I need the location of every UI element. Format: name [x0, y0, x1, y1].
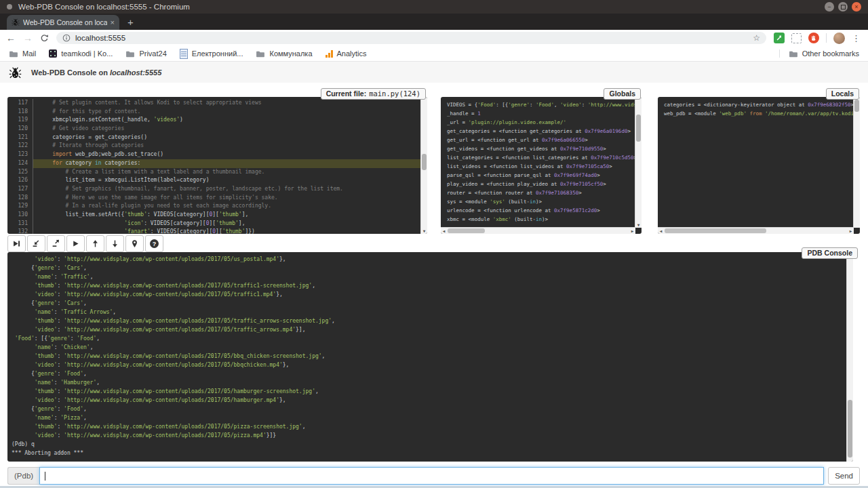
- address-bar[interactable]: localhost:5555 ☆: [56, 32, 766, 44]
- locals-panel: categories = <dictionary-keyiterator obj…: [658, 97, 860, 234]
- bookmark-kommunalka[interactable]: Коммуналка: [256, 49, 312, 58]
- new-tab-button[interactable]: +: [127, 16, 134, 28]
- scrollbar-thumb[interactable]: [448, 228, 485, 233]
- code-text: # Here we use the same image for all ite…: [33, 194, 427, 203]
- console-output: 'video': 'http://www.vidsplay.com/wp-con…: [7, 252, 853, 458]
- next-button[interactable]: [7, 235, 26, 252]
- locals-lines: categories = <dictionary-keyiterator obj…: [658, 97, 860, 118]
- code-line: 125 # Create a list item with a text lab…: [7, 168, 427, 177]
- forward-button[interactable]: →: [23, 33, 33, 43]
- console-line: 'thumb': 'http://www.vidsplay.com/wp-con…: [12, 387, 853, 396]
- scroll-right-icon[interactable]: ▶: [848, 228, 854, 234]
- browser-menu-icon[interactable]: ⋮: [852, 33, 861, 43]
- console-line: 'thumb': 'http://www.vidsplay.com/wp-con…: [12, 281, 853, 290]
- return-button[interactable]: [47, 235, 65, 252]
- other-bookmarks-button[interactable]: Other bookmarks: [779, 49, 859, 58]
- code-line: 131 'icon': VIDEOS[category][0]['thumb']…: [7, 220, 427, 228]
- where-button[interactable]: [125, 235, 144, 252]
- down-button[interactable]: [106, 235, 124, 252]
- url-text[interactable]: localhost:5555: [75, 34, 125, 42]
- console-line: 'thumb': 'http://www.vidsplay.com/wp-con…: [12, 422, 853, 431]
- bookmark-label: Електронний...: [192, 49, 243, 58]
- locals-vertical-scrollbar[interactable]: [853, 97, 860, 228]
- window-controls: − ×: [825, 2, 861, 12]
- up-button[interactable]: [86, 235, 104, 252]
- line-number: 127: [7, 185, 33, 194]
- scroll-left-icon[interactable]: ◀: [658, 228, 664, 234]
- help-button[interactable]: ?: [145, 235, 163, 252]
- maximize-button[interactable]: [838, 2, 848, 12]
- scrollbar-thumb[interactable]: [665, 228, 766, 233]
- code-line: 121 categories = get_categories(): [7, 134, 427, 142]
- globals-line: router = <function router at 0x7f9e71068…: [447, 188, 642, 197]
- locals-horizontal-scrollbar[interactable]: ◀ ▶: [658, 227, 854, 234]
- bookmark-teamkodi[interactable]: teamkodi | Ko...: [49, 49, 113, 58]
- extension-green-arrow-icon[interactable]: [774, 33, 785, 43]
- arrow-up-icon: [91, 239, 100, 248]
- minimize-button[interactable]: −: [825, 2, 834, 12]
- pdb-console-label: PDB Console: [802, 247, 858, 259]
- console-line: {'genre': 'Cars',: [12, 264, 853, 272]
- profile-avatar[interactable]: [833, 33, 845, 44]
- webpdb-bug-icon: [9, 66, 22, 79]
- code-text: for category in categories:: [33, 159, 427, 168]
- globals-line: get_videos = <function get_videos at 0x7…: [447, 144, 642, 153]
- bookmark-analytics[interactable]: Analytics: [326, 49, 367, 58]
- console-line: 'name': 'Pizza',: [12, 413, 853, 422]
- scrollbar-thumb[interactable]: [848, 400, 852, 458]
- globals-line: VIDEOS = {'Food': [{'genre': 'Food', 'vi…: [447, 100, 642, 109]
- bookmark-mail[interactable]: Mail: [9, 49, 36, 58]
- line-number: 120: [7, 125, 33, 134]
- code-line: 120 # Get video categories: [7, 125, 427, 134]
- code-line: 126 list_item = xbmcgui.ListItem(label=c…: [7, 176, 427, 185]
- globals-horizontal-scrollbar[interactable]: ◀ ▶: [441, 227, 635, 234]
- code-text: import web_pdb;web_pdb.set_trace(): [33, 150, 427, 159]
- close-button[interactable]: ×: [852, 2, 861, 12]
- code-vertical-scrollbar[interactable]: ▼: [420, 97, 427, 234]
- scroll-right-icon[interactable]: ▶: [629, 228, 635, 234]
- globals-panel: VIDEOS = {'Food': [{'genre': 'Food', 'vi…: [441, 97, 642, 234]
- console-line: 'video': 'http://www.vidsplay.com/wp-con…: [12, 255, 853, 264]
- scrollbar-thumb[interactable]: [854, 100, 859, 112]
- code-text: # In a real-life plugin you need to set …: [33, 202, 427, 211]
- console-vertical-scrollbar[interactable]: [846, 252, 853, 462]
- scrollbar-thumb[interactable]: [636, 115, 641, 142]
- console-line: 'video': 'http://www.vidsplay.com/wp-con…: [12, 290, 853, 299]
- bookmark-edoc[interactable]: Електронний...: [180, 49, 243, 59]
- scroll-down-icon[interactable]: ▼: [635, 222, 642, 228]
- globals-label: Globals: [604, 88, 641, 100]
- browser-tab[interactable]: Web-PDB Console on loca ×: [7, 15, 119, 30]
- bookmark-privat24[interactable]: Privat24: [125, 49, 166, 58]
- current-file-label: Current file:main.py(124): [321, 88, 426, 100]
- bookmark-label: Privat24: [139, 49, 166, 58]
- info-icon[interactable]: [62, 34, 71, 42]
- extension-screenshot-icon[interactable]: [791, 33, 802, 43]
- continue-button[interactable]: [66, 235, 85, 252]
- scroll-down-icon[interactable]: ▼: [421, 228, 427, 234]
- play-icon: [71, 239, 80, 248]
- folder-icon: [256, 50, 265, 58]
- current-file-name: main.py(124): [369, 89, 420, 98]
- command-input[interactable]: [39, 467, 824, 485]
- code-line: 130 list_item.setArt({'thumb': VIDEOS[ca…: [7, 211, 427, 220]
- console-line: 'name': 'Hamburger',: [12, 378, 853, 387]
- line-number: 121: [7, 134, 33, 142]
- globals-line: list_videos = <function list_videos at 0…: [447, 162, 642, 171]
- extension-blocker-hand-icon[interactable]: [808, 33, 819, 43]
- back-button[interactable]: ←: [6, 33, 16, 43]
- scroll-left-icon[interactable]: ◀: [441, 228, 447, 234]
- send-button[interactable]: Send: [828, 467, 860, 485]
- code-line: 117 # Set plugin content. It allows Kodi…: [7, 99, 427, 108]
- line-number: 125: [7, 168, 33, 177]
- console-line: {'genre': 'Food',: [12, 369, 853, 378]
- reload-button[interactable]: [40, 34, 49, 43]
- scrollbar-thumb[interactable]: [422, 154, 427, 170]
- bookmark-star-icon[interactable]: ☆: [753, 33, 760, 43]
- globals-vertical-scrollbar[interactable]: ▼: [635, 97, 642, 228]
- step-button[interactable]: [27, 235, 45, 252]
- other-bookmarks-label: Other bookmarks: [802, 49, 859, 58]
- code-text: # Create a list item with a text label a…: [33, 168, 427, 177]
- tab-close-icon[interactable]: ×: [111, 18, 115, 26]
- code-text: # Iterate through categories: [33, 142, 427, 150]
- console-line: (Pdb) q: [12, 440, 853, 449]
